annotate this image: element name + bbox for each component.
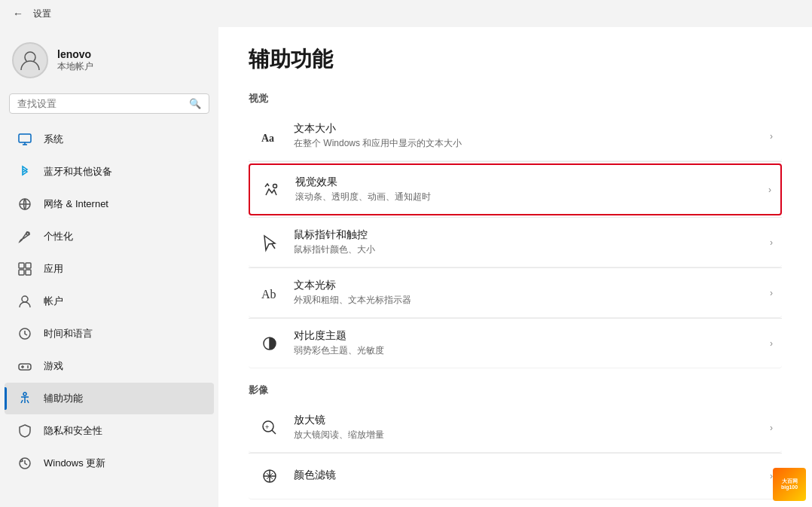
user-profile[interactable]: lenovo 本地帐户 xyxy=(0,33,218,93)
chevron-right-icon: › xyxy=(770,237,773,248)
user-info: lenovo 本地帐户 xyxy=(57,48,93,73)
settings-item-text-size-desc: 在整个 Windows 和应用中显示的文本大小 xyxy=(294,137,462,150)
brush-icon xyxy=(17,228,33,245)
settings-item-magnifier-desc: 放大镜阅读、缩放增量 xyxy=(294,429,384,441)
mouse-pointer-icon xyxy=(258,231,282,255)
sidebar-item-bluetooth-label: 蓝牙和其他设备 xyxy=(44,165,112,179)
search-box[interactable]: 🔍 xyxy=(9,93,209,114)
sidebar-item-accounts-label: 帐户 xyxy=(44,295,63,308)
sidebar-item-network-label: 网络 & Internet xyxy=(44,197,108,211)
visual-settings-list: Aa 文本大小 在整个 Windows 和应用中显示的文本大小 › xyxy=(249,111,782,368)
settings-item-magnifier[interactable]: + 放大镜 放大镜阅读、缩放增量 › xyxy=(249,403,782,453)
watermark-logo: 大百网big100 xyxy=(773,468,806,501)
sidebar-item-apps-label: 应用 xyxy=(44,262,63,276)
user-account: 本地帐户 xyxy=(57,60,93,73)
settings-item-text-size-text: 文本大小 在整个 Windows 和应用中显示的文本大小 xyxy=(294,122,462,150)
sidebar-item-accessibility-label: 辅助功能 xyxy=(44,392,83,405)
settings-item-magnifier-title: 放大镜 xyxy=(294,414,384,427)
sidebar-item-personalization[interactable]: 个性化 xyxy=(5,221,214,252)
svg-text:+: + xyxy=(265,423,269,431)
accessibility-icon xyxy=(17,390,33,407)
apps-icon xyxy=(17,261,33,277)
settings-item-color-filter[interactable]: 颜色滤镜 › xyxy=(249,454,782,499)
settings-item-text-size[interactable]: Aa 文本大小 在整个 Windows 和应用中显示的文本大小 › xyxy=(249,111,782,161)
settings-item-visual-effects-title: 视觉效果 xyxy=(295,176,431,189)
svg-point-8 xyxy=(22,296,28,302)
sidebar-item-system[interactable]: 系统 xyxy=(5,124,214,155)
sidebar-item-gaming-label: 游戏 xyxy=(44,359,63,373)
settings-item-mouse-pointer-title: 鼠标指针和触控 xyxy=(294,228,375,242)
section-visual-title: 视觉 xyxy=(249,92,782,105)
svg-text:Ab: Ab xyxy=(261,288,276,301)
settings-item-mouse-pointer[interactable]: 鼠标指针和触控 鼠标指针颜色、大小 › xyxy=(249,218,782,267)
svg-point-14 xyxy=(273,184,277,188)
svg-point-11 xyxy=(23,392,26,396)
main-layout: lenovo 本地帐户 🔍 系统 xyxy=(0,27,812,507)
magnifier-icon: + xyxy=(258,416,282,440)
text-cursor-icon: Ab xyxy=(258,281,282,305)
settings-item-contrast-title: 对比度主题 xyxy=(294,329,384,343)
settings-item-text-cursor[interactable]: Ab 文本光标 外观和粗细、文本光标指示器 › xyxy=(249,268,782,318)
sidebar-item-update-label: Windows 更新 xyxy=(44,457,105,470)
chevron-right-icon: › xyxy=(770,131,773,142)
imaging-settings-list: + 放大镜 放大镜阅读、缩放增量 › xyxy=(249,403,782,499)
bluetooth-icon xyxy=(17,163,33,180)
settings-item-mouse-pointer-text: 鼠标指针和触控 鼠标指针颜色、大小 xyxy=(294,228,375,256)
watermark: 大百网big100 xyxy=(773,468,806,501)
title-bar-text: 设置 xyxy=(33,8,51,20)
svg-rect-5 xyxy=(26,263,31,268)
svg-rect-1 xyxy=(19,134,31,142)
clock-icon xyxy=(17,325,33,342)
sidebar: lenovo 本地帐户 🔍 系统 xyxy=(0,27,218,507)
sidebar-item-network[interactable]: 网络 & Internet xyxy=(5,188,214,220)
update-icon xyxy=(17,455,33,472)
divider xyxy=(249,161,782,162)
back-button[interactable]: ← xyxy=(9,5,27,23)
settings-item-contrast[interactable]: 对比度主题 弱势彩色主题、光敏度 › xyxy=(249,319,782,368)
settings-item-visual-effects-desc: 滚动条、透明度、动画、通知超时 xyxy=(295,191,431,203)
settings-item-mouse-pointer-desc: 鼠标指针颜色、大小 xyxy=(294,243,375,256)
chevron-right-icon: › xyxy=(770,288,773,298)
settings-item-text-cursor-text: 文本光标 外观和粗细、文本光标指示器 xyxy=(294,279,411,307)
nav-menu: 系统 蓝牙和其他设备 网络 & Internet xyxy=(0,123,218,480)
svg-rect-10 xyxy=(19,364,31,370)
gamepad-icon xyxy=(17,358,33,374)
chevron-right-icon: › xyxy=(770,338,773,349)
sidebar-item-update[interactable]: Windows 更新 xyxy=(5,447,214,479)
settings-item-visual-effects[interactable]: 视觉效果 滚动条、透明度、动画、通知超时 › xyxy=(249,163,782,215)
contrast-icon xyxy=(258,331,282,356)
chevron-right-icon: › xyxy=(768,185,771,195)
settings-item-text-cursor-title: 文本光标 xyxy=(294,279,411,292)
page-title: 辅助功能 xyxy=(249,45,782,74)
shield-icon xyxy=(17,423,33,439)
sidebar-item-system-label: 系统 xyxy=(44,133,63,146)
svg-rect-7 xyxy=(26,270,31,275)
search-input[interactable] xyxy=(17,98,185,109)
search-icon: 🔍 xyxy=(189,98,201,109)
sidebar-item-time[interactable]: 时间和语言 xyxy=(5,318,214,350)
monitor-icon xyxy=(17,131,33,148)
sidebar-item-privacy-label: 隐私和安全性 xyxy=(44,424,102,438)
avatar xyxy=(12,42,48,78)
sidebar-item-bluetooth[interactable]: 蓝牙和其他设备 xyxy=(5,156,214,188)
settings-item-magnifier-text: 放大镜 放大镜阅读、缩放增量 xyxy=(294,414,384,441)
sidebar-item-apps[interactable]: 应用 xyxy=(5,253,214,285)
title-bar: ← 设置 xyxy=(0,0,812,27)
sidebar-item-gaming[interactable]: 游戏 xyxy=(5,350,214,382)
sidebar-item-accessibility[interactable]: 辅助功能 xyxy=(5,383,214,414)
sidebar-item-privacy[interactable]: 隐私和安全性 xyxy=(5,415,214,447)
chevron-right-icon: › xyxy=(770,423,773,433)
sidebar-item-accounts[interactable]: 帐户 xyxy=(5,286,214,317)
settings-item-color-filter-text: 颜色滤镜 xyxy=(294,469,336,484)
settings-item-color-filter-title: 颜色滤镜 xyxy=(294,469,336,482)
sidebar-item-personalization-label: 个性化 xyxy=(44,230,73,243)
svg-rect-6 xyxy=(19,270,24,275)
settings-item-visual-effects-text: 视觉效果 滚动条、透明度、动画、通知超时 xyxy=(295,176,431,203)
settings-item-contrast-desc: 弱势彩色主题、光敏度 xyxy=(294,344,384,357)
settings-item-text-cursor-desc: 外观和粗细、文本光标指示器 xyxy=(294,294,411,307)
network-icon xyxy=(17,196,33,212)
user-name: lenovo xyxy=(57,48,93,60)
settings-item-contrast-text: 对比度主题 弱势彩色主题、光敏度 xyxy=(294,329,384,357)
sidebar-item-time-label: 时间和语言 xyxy=(44,327,93,341)
svg-rect-4 xyxy=(19,263,24,268)
